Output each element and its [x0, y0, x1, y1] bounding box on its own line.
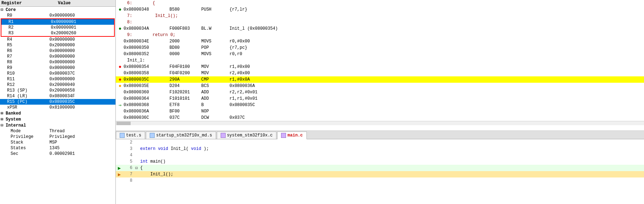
system-toggle[interactable]: ⊞ [1, 117, 6, 122]
reg-row-xpsr[interactable]: xPSR 0x81000000 [0, 105, 115, 110]
src-num-8: 8 [123, 178, 135, 183]
arrow-right-icon: ⇒ [119, 103, 121, 108]
reg-value-r7: 0x00000000 [49, 54, 75, 59]
sub-row-sec: Sec 0.00002981 [0, 151, 115, 157]
reg-row-r10[interactable]: R10 0x0800037C [0, 71, 115, 76]
reg-row-r11[interactable]: R11 0x00000000 [0, 76, 115, 82]
reg-row-r0[interactable]: R0 0x00000060 [0, 13, 115, 18]
disasm-content-blw: 0x0800034A F000F803 BL.W Init_l (0x08000… [124, 26, 278, 31]
source-row-4: 4 [116, 152, 644, 158]
reg-name-r2: R2 [8, 25, 51, 30]
disasm-bytes-pop: BD80 [169, 45, 201, 50]
disasm-content-add2: 0x08000364 F1010101 ADD r1,r1,#0x01 [124, 96, 257, 101]
disasm-addr-bcs: 0x0800035E [124, 83, 169, 88]
reg-row-r3[interactable]: R3 0x20000260 [1, 30, 114, 36]
reg-name-r9: R9 [7, 65, 49, 70]
orange-arrow-icon: ▶ [118, 172, 121, 177]
disasm-hscroll-thumb[interactable] [117, 122, 131, 125]
disasm-ops-mov1: r1,#0x00 [229, 64, 250, 69]
col-header-register: Register [1, 1, 58, 6]
disasm-ind-push: ● [117, 7, 124, 12]
reg-value-r12: 0x20000040 [49, 82, 75, 87]
reg-row-r8[interactable]: R8 0x00000000 [0, 59, 115, 65]
reg-row-r7[interactable]: R7 0x00000000 [0, 54, 115, 59]
disasm-row-mov1: ● 0x08000354 F04F0100 MOV r1,#0x00 [116, 64, 644, 70]
source-area: 2 3 extern void Init_l( void ); [116, 139, 644, 204]
core-group-header[interactable]: ⊟ Core [0, 7, 115, 13]
sub-row-mode: Mode Thread [0, 128, 115, 134]
reg-row-r14[interactable]: R14 (LR) 0x0800034F [0, 93, 115, 99]
disasm-addr-pop: 0x08000350 [124, 45, 169, 50]
src-ind-7: ▶ [116, 171, 123, 177]
reg-row-r6[interactable]: R6 0x00000000 [0, 48, 115, 54]
internal-toggle[interactable]: ⊟ [1, 123, 6, 128]
reg-row-r12[interactable]: R12 0x20000040 [0, 82, 115, 88]
disasm-addr-cmp: 0x0800035C [124, 77, 169, 82]
reg-value-r13: 0x20000658 [49, 88, 75, 93]
reg-row-r4[interactable]: R4 0x00000000 [0, 37, 115, 42]
system-group-header[interactable]: ⊞ System [0, 116, 115, 122]
src-num-5: 5 [123, 159, 135, 164]
reg-value-r15: 0x0800035C [49, 99, 75, 104]
reg-name-r11: R11 [7, 77, 49, 82]
reg-name-r0: R0 [7, 13, 49, 18]
reg-value-r0: 0x00000060 [49, 13, 75, 18]
disasm-addr-add1: 0x08000360 [124, 90, 169, 95]
source-row-3: 3 extern void Init_l( void ); [116, 146, 644, 152]
disasm-ind-mov1: ● [117, 64, 124, 70]
disasm-ops-bcs: 0x0800036A [229, 83, 255, 88]
reg-name-xpsr: xPSR [7, 105, 49, 110]
banked-toggle[interactable]: ⊞ [1, 111, 6, 116]
reg-row-r1[interactable]: R1 0x00000001 [1, 19, 114, 25]
sub-value-sec: 0.00002981 [49, 151, 75, 156]
reg-row-r15[interactable]: R15 (PC) 0x0800035C [0, 99, 115, 105]
disasm-label8: 8: [124, 20, 132, 25]
dot-orange-icon: ● [119, 83, 121, 89]
col-header-value: Value [58, 1, 71, 6]
tab-icon-system [221, 133, 226, 138]
reg-row-r13[interactable]: R13 (SP) 0x20000658 [0, 88, 115, 93]
source-row-7: ▶ 7 Init_l(); [116, 171, 644, 177]
tab-system[interactable]: system_stm32f10x.c [217, 132, 277, 139]
disasm-bytes-add2: F1010101 [169, 96, 201, 101]
tab-icon-tests [120, 133, 125, 138]
disasm-content-mov1: 0x08000354 F04F0100 MOV r1,#0x00 [124, 64, 250, 69]
tab-label-startup: startup_stm32f10x_md.s [156, 133, 212, 138]
core-toggle[interactable]: ⊟ [1, 7, 6, 12]
internal-group-header[interactable]: ⊟ Internal [0, 122, 115, 128]
tab-tests[interactable]: test.s [116, 132, 145, 139]
reg-row-r9[interactable]: R9 0x00000000 [0, 65, 115, 71]
tab-mainc[interactable]: main.c [277, 132, 306, 139]
disasm-content-movs1: 0x0800034E 2000 MOVS r0,#0x00 [124, 39, 250, 44]
disasm-mnem-pop: POP [201, 45, 229, 50]
disasm-row-movs1: 0x0800034E 2000 MOVS r0,#0x00 [116, 38, 644, 45]
disasm-row-movs2: 0x08000352 0000 MOVS r0,r0 [116, 51, 644, 57]
disasm-addr-mov2: 0x08000358 [124, 71, 169, 76]
disasm-bytes-movs1: 2000 [169, 39, 201, 44]
tabs-bar: test.s startup_stm32f10x_md.s system_stm… [116, 131, 644, 139]
disasm-row-pop: 0x08000350 BD80 POP {r7,pc} [116, 45, 644, 51]
reg-name-r15: R15 (PC) [7, 99, 49, 104]
disasm-content-cmp: 0x0800035C 290A CMP r1,#0x0A [124, 77, 250, 82]
disasm-addr-blw: 0x0800034A [124, 26, 169, 31]
source-row-6: ▶ 6 ⊟ { [116, 165, 644, 171]
disasm-content-movs2: 0x08000352 0000 MOVS r0,r0 [124, 52, 242, 57]
system-group-label: System [6, 117, 21, 122]
disasm-bytes-blw: F000F803 [169, 26, 201, 31]
src-collapse-6[interactable]: ⊟ [135, 165, 140, 171]
disasm-row-label6: 6: { [116, 0, 644, 6]
tab-startup[interactable]: startup_stm32f10x_md.s [146, 132, 216, 139]
sub-row-privilege: Privilege Privileged [0, 134, 115, 140]
tab-label-tests: test.s [126, 133, 141, 138]
sub-name-privilege: Privilege [11, 134, 49, 139]
src-num-6: 6 [123, 165, 135, 170]
disasm-func-label: Init_l: [124, 58, 145, 63]
reg-row-r2[interactable]: R2 0x00000001 [1, 25, 114, 30]
tab-label-system: system_stm32f10x.c [227, 133, 273, 138]
disasm-hscrollbar[interactable] [116, 121, 644, 125]
register-header: Register Value [0, 0, 115, 7]
code-panel: 6: { ● 0x08000348 B580 PUSH {r7,lr} 7: I… [116, 0, 644, 204]
banked-group-header[interactable]: ⊞ Banked [0, 110, 115, 116]
reg-row-r5[interactable]: R5 0x20000000 [0, 42, 115, 48]
src-code-5: int main() [140, 159, 644, 164]
